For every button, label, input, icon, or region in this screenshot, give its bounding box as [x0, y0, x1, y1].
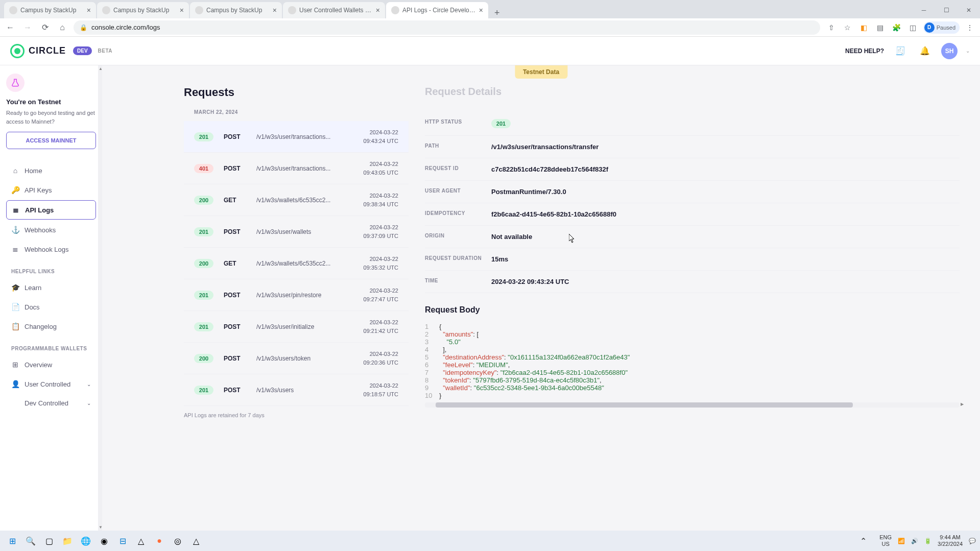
- detail-label: USER AGENT: [425, 188, 491, 196]
- need-help-link[interactable]: NEED HELP?: [845, 47, 884, 55]
- nav-icon: 👤: [11, 380, 19, 388]
- nav-item-webhook-logs[interactable]: ≣Webhook Logs: [6, 240, 96, 258]
- nav-label: Dev Controlled: [25, 399, 68, 407]
- request-time: 2024-03-2209:18:57 UTC: [364, 381, 398, 398]
- window-minimize[interactable]: ─: [913, 2, 935, 18]
- nav-item-api-logs[interactable]: ≣API Logs: [6, 200, 96, 220]
- status-badge: 200: [194, 259, 213, 268]
- nav-icon: 🎓: [11, 283, 19, 292]
- window-maximize[interactable]: ☐: [935, 2, 958, 18]
- bell-icon[interactable]: 🔔: [917, 43, 933, 59]
- request-path: /v1/w3s/wallets/6c535cc2...: [256, 197, 353, 204]
- access-mainnet-button[interactable]: ACCESS MAINNET: [6, 132, 96, 149]
- browser-tab-0[interactable]: Campus by StackUp×: [4, 2, 96, 18]
- line-number: 6: [425, 361, 439, 369]
- http-method: POST: [224, 165, 246, 172]
- tab-close-icon[interactable]: ×: [180, 6, 184, 14]
- reading-list-icon[interactable]: ▤: [874, 21, 887, 34]
- profile-status: Paused: [937, 25, 955, 31]
- request-row-8[interactable]: 201POST/v1/w3s/users2024-03-2209:18:57 U…: [184, 374, 409, 406]
- detail-label: HTTP STATUS: [425, 119, 491, 128]
- chevron-down-icon: ⌄: [87, 400, 91, 406]
- request-row-7[interactable]: 200POST/v1/w3s/users/token2024-03-2209:2…: [184, 343, 409, 374]
- tab-title: API Logs - Circle Developer Expe: [402, 7, 476, 14]
- back-button[interactable]: ←: [4, 21, 16, 34]
- new-tab-button[interactable]: +: [489, 8, 505, 18]
- request-row-4[interactable]: 200GET/v1/w3s/wallets/6c535cc2...2024-03…: [184, 248, 409, 279]
- browser-tab-2[interactable]: Campus by StackUp×: [190, 2, 282, 18]
- menu-icon[interactable]: ⋮: [964, 21, 976, 34]
- status-badge: 200: [194, 354, 213, 363]
- detail-row-user-agent: USER AGENTPostmanRuntime/7.30.0: [425, 181, 960, 203]
- code-line-10: 10}: [425, 392, 960, 399]
- url-bar: ← → ⟳ ⌂ 🔒 console.circle.com/logs ⇧ ☆ ◧ …: [0, 18, 980, 37]
- tab-favicon: [391, 6, 399, 14]
- code-line-4: 4 ],: [425, 346, 960, 353]
- code-h-thumb[interactable]: [436, 402, 853, 408]
- request-row-3[interactable]: 201POST/v1/w3s/user/wallets2024-03-2209:…: [184, 216, 409, 248]
- sidebar-resize-handle[interactable]: ▲ ▼: [98, 65, 102, 531]
- browser-tab-3[interactable]: User Controlled Wallets - User D×: [283, 2, 385, 18]
- requests-title: Requests: [184, 86, 409, 99]
- nav-label: Overview: [25, 361, 52, 369]
- nav-item-home[interactable]: ⌂Home: [6, 161, 96, 180]
- code-line-3: 3 "5.0": [425, 338, 960, 346]
- user-avatar[interactable]: SH: [941, 43, 958, 59]
- forward-button[interactable]: →: [21, 21, 34, 34]
- tab-close-icon[interactable]: ×: [376, 6, 380, 14]
- ext-1-icon[interactable]: ◧: [858, 21, 870, 34]
- tab-favicon: [288, 6, 296, 14]
- share-icon[interactable]: ⇧: [825, 21, 838, 34]
- requests-date: MARCH 22, 2024: [194, 109, 409, 115]
- line-number: 5: [425, 353, 439, 361]
- side-panel-icon[interactable]: ◫: [907, 21, 919, 34]
- pw-item-user-controlled[interactable]: 👤User Controlled⌄: [6, 375, 96, 393]
- extensions-icon[interactable]: 🧩: [891, 21, 903, 34]
- nav-item-webhooks[interactable]: ⚓Webhooks: [6, 221, 96, 239]
- browser-tab-1[interactable]: Campus by StackUp×: [97, 2, 189, 18]
- pw-label: PROGRAMMABLE WALLETS: [11, 346, 91, 351]
- helpful-item-changelog[interactable]: 📋Changelog: [6, 317, 96, 336]
- request-row-5[interactable]: 201POST/v1/w3s/user/pin/restore2024-03-2…: [184, 279, 409, 311]
- nav-icon: 🔑: [11, 186, 19, 194]
- code-line-5: 5 "destinationAddress": "0x161115a1324f0…: [425, 353, 960, 361]
- http-method: POST: [224, 323, 246, 330]
- tab-close-icon[interactable]: ×: [87, 6, 91, 14]
- request-row-6[interactable]: 201POST/v1/w3s/user/initialize2024-03-22…: [184, 311, 409, 343]
- nav-label: API Keys: [25, 186, 52, 194]
- user-menu-chevron[interactable]: ⌄: [966, 48, 970, 54]
- testnet-desc: Ready to go beyond testing and get acces…: [6, 109, 96, 126]
- request-row-1[interactable]: 401POST/v1/w3s/user/transactions...2024-…: [184, 153, 409, 184]
- request-time: 2024-03-2209:43:24 UTC: [364, 128, 398, 145]
- code-h-scrollbar[interactable]: ◀ ▶: [425, 402, 960, 408]
- pw-item-dev-controlled[interactable]: Dev Controlled⌄: [6, 394, 96, 412]
- nav-label: Learn: [25, 284, 41, 292]
- home-button[interactable]: ⌂: [56, 21, 68, 34]
- line-number: 7: [425, 369, 439, 376]
- pw-item-overview[interactable]: ⊞Overview: [6, 355, 96, 374]
- detail-label: REQUEST DURATION: [425, 255, 491, 263]
- tab-close-icon[interactable]: ×: [479, 6, 483, 14]
- tab-title: User Controlled Wallets - User D: [299, 7, 373, 14]
- http-method: GET: [224, 197, 246, 204]
- helpful-item-docs[interactable]: 📄Docs: [6, 298, 96, 316]
- reload-button[interactable]: ⟳: [39, 21, 51, 34]
- browser-tab-4[interactable]: API Logs - Circle Developer Expe×: [386, 2, 488, 18]
- receipt-icon[interactable]: 🧾: [892, 43, 909, 59]
- tab-close-icon[interactable]: ×: [273, 6, 277, 14]
- window-close[interactable]: ✕: [958, 2, 980, 18]
- logo[interactable]: CIRCLE DEV BETA: [10, 44, 112, 58]
- tab-title: Campus by StackUp: [20, 7, 84, 14]
- detail-label: IDEMPOTENCY: [425, 210, 491, 218]
- sidebar: You're on Testnet Ready to go beyond tes…: [0, 65, 102, 531]
- bookmark-icon[interactable]: ☆: [842, 21, 854, 34]
- nav-label: User Controlled: [25, 380, 70, 388]
- helpful-item-learn[interactable]: 🎓Learn: [6, 278, 96, 297]
- request-row-2[interactable]: 200GET/v1/w3s/wallets/6c535cc2...2024-03…: [184, 184, 409, 216]
- request-path: /v1/w3s/user/transactions...: [256, 133, 353, 140]
- url-input[interactable]: 🔒 console.circle.com/logs: [74, 20, 820, 35]
- nav-item-api-keys[interactable]: 🔑API Keys: [6, 181, 96, 199]
- nav-icon: ≣: [12, 206, 20, 214]
- request-row-0[interactable]: 201POST/v1/w3s/user/transactions...2024-…: [184, 121, 409, 153]
- profile-badge[interactable]: D Paused: [923, 21, 960, 34]
